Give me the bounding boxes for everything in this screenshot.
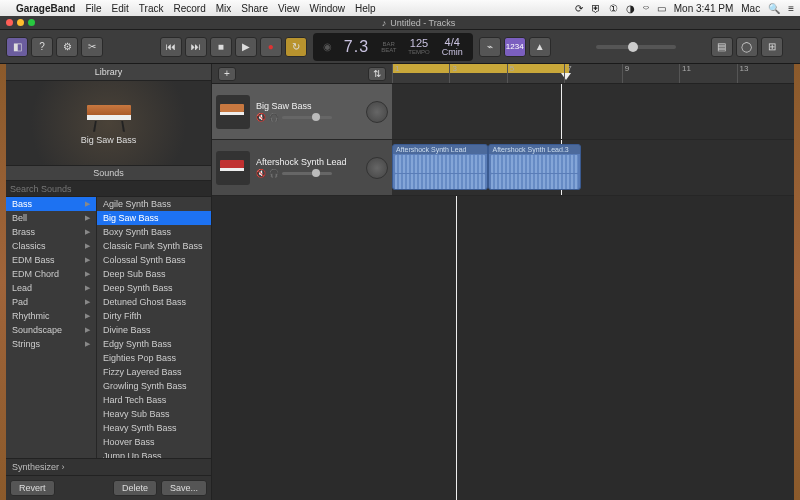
patch-item[interactable]: Heavy Synth Bass xyxy=(97,421,211,435)
menu-share[interactable]: Share xyxy=(241,3,268,14)
zoom-button[interactable] xyxy=(28,19,35,26)
patch-item[interactable]: Growling Synth Bass xyxy=(97,379,211,393)
track-name[interactable]: Big Saw Bass xyxy=(256,101,360,111)
display-icon[interactable]: ▭ xyxy=(657,3,666,14)
track-row[interactable]: Big Saw Bass🔇🎧 xyxy=(212,84,794,140)
timeline-ruler[interactable]: 135791113 xyxy=(392,64,794,83)
media-browser-button[interactable]: ⊞ xyxy=(761,37,783,57)
menu-track[interactable]: Track xyxy=(139,3,164,14)
play-button[interactable]: ▶ xyxy=(235,37,257,57)
track-row[interactable]: Aftershock Synth Lead🔇🎧Aftershock Synth … xyxy=(212,140,794,196)
menu-mix[interactable]: Mix xyxy=(216,3,232,14)
rewind-button[interactable]: ⏮ xyxy=(160,37,182,57)
category-edm-bass[interactable]: EDM Bass▶ xyxy=(6,253,96,267)
patch-item[interactable]: Detuned Ghost Bass xyxy=(97,295,211,309)
patch-item[interactable]: Hoover Bass xyxy=(97,435,211,449)
patch-column[interactable]: Agile Synth BassBig Saw BassBoxy Synth B… xyxy=(96,197,211,458)
wifi-icon[interactable]: ⌔ xyxy=(643,3,649,14)
mute-button[interactable]: 🔇 xyxy=(256,169,266,178)
patch-item[interactable]: Hard Tech Bass xyxy=(97,393,211,407)
master-volume-slider[interactable] xyxy=(596,45,676,49)
category-column[interactable]: Bass▶Bell▶Brass▶Classics▶EDM Bass▶EDM Ch… xyxy=(6,197,96,458)
user-menu[interactable]: Mac xyxy=(741,3,760,14)
menu-window[interactable]: Window xyxy=(309,3,345,14)
notepad-button[interactable]: ▤ xyxy=(711,37,733,57)
patch-item[interactable]: Fizzy Layered Bass xyxy=(97,365,211,379)
track-volume-slider[interactable] xyxy=(282,116,332,119)
lcd-timesig[interactable]: 4/4 xyxy=(445,37,460,48)
delete-button[interactable]: Delete xyxy=(113,480,157,496)
minimize-button[interactable] xyxy=(17,19,24,26)
lcd-tempo[interactable]: 125 xyxy=(410,38,428,49)
patch-item[interactable]: Agile Synth Bass xyxy=(97,197,211,211)
shield-icon[interactable]: ⛨ xyxy=(591,3,601,14)
track-header-config-button[interactable]: ⇅ xyxy=(368,67,386,81)
metronome-button[interactable]: ▲ xyxy=(529,37,551,57)
category-lead[interactable]: Lead▶ xyxy=(6,281,96,295)
category-bell[interactable]: Bell▶ xyxy=(6,211,96,225)
category-pad[interactable]: Pad▶ xyxy=(6,295,96,309)
mute-button[interactable]: 🔇 xyxy=(256,113,266,122)
menu-file[interactable]: File xyxy=(85,3,101,14)
category-brass[interactable]: Brass▶ xyxy=(6,225,96,239)
status-icon[interactable]: ⟳ xyxy=(575,3,583,14)
audio-region[interactable]: Aftershock Synth Lead.3 xyxy=(488,144,580,190)
patch-item[interactable]: Classic Funk Synth Bass xyxy=(97,239,211,253)
track-lane[interactable]: Aftershock Synth LeadAftershock Synth Le… xyxy=(392,140,794,195)
revert-button[interactable]: Revert xyxy=(10,480,55,496)
category-strings[interactable]: Strings▶ xyxy=(6,337,96,351)
menu-record[interactable]: Record xyxy=(173,3,205,14)
solo-button[interactable]: 🎧 xyxy=(269,113,279,122)
patch-item[interactable]: Boxy Synth Bass xyxy=(97,225,211,239)
patch-item[interactable]: Edgy Synth Bass xyxy=(97,337,211,351)
menu-view[interactable]: View xyxy=(278,3,300,14)
track-lane[interactable] xyxy=(392,84,794,139)
patch-item[interactable]: Dirty Fifth xyxy=(97,309,211,323)
sync-icon[interactable]: ◑ xyxy=(626,3,635,14)
patch-item[interactable]: Deep Sub Bass xyxy=(97,267,211,281)
category-bass[interactable]: Bass▶ xyxy=(6,197,96,211)
patch-item[interactable]: Colossal Synth Bass xyxy=(97,253,211,267)
patch-item[interactable]: Jump Up Bass xyxy=(97,449,211,458)
cycle-button[interactable]: ↻ xyxy=(285,37,307,57)
search-input[interactable] xyxy=(10,184,207,194)
track-header[interactable]: Big Saw Bass🔇🎧 xyxy=(212,84,392,139)
smart-controls-button[interactable]: ⚙ xyxy=(56,37,78,57)
editors-button[interactable]: ✂ xyxy=(81,37,103,57)
add-track-button[interactable]: + xyxy=(218,67,236,81)
patch-item[interactable]: Eighties Pop Bass xyxy=(97,351,211,365)
notifications-icon[interactable]: ≡ xyxy=(788,3,794,14)
library-path[interactable]: Synthesizer › xyxy=(6,458,211,475)
quick-help-button[interactable]: ? xyxy=(31,37,53,57)
tuner-button[interactable]: ⌁ xyxy=(479,37,501,57)
location-icon[interactable]: ① xyxy=(609,3,618,14)
forward-button[interactable]: ⏭ xyxy=(185,37,207,57)
spotlight-icon[interactable]: 🔍 xyxy=(768,3,780,14)
patch-item[interactable]: Divine Bass xyxy=(97,323,211,337)
category-edm-chord[interactable]: EDM Chord▶ xyxy=(6,267,96,281)
loop-browser-button[interactable]: ◯ xyxy=(736,37,758,57)
lcd-display[interactable]: ◉ 7.3 BARBEAT 125TEMPO 4/4Cmin xyxy=(313,33,473,61)
menu-edit[interactable]: Edit xyxy=(112,3,129,14)
category-classics[interactable]: Classics▶ xyxy=(6,239,96,253)
patch-item[interactable]: Heavy Sub Bass xyxy=(97,407,211,421)
lcd-key[interactable]: Cmin xyxy=(442,48,463,57)
track-name[interactable]: Aftershock Synth Lead xyxy=(256,157,360,167)
track-pan-knob[interactable] xyxy=(366,157,388,179)
audio-region[interactable]: Aftershock Synth Lead xyxy=(392,144,488,190)
category-rhythmic[interactable]: Rhythmic▶ xyxy=(6,309,96,323)
track-pan-knob[interactable] xyxy=(366,101,388,123)
patch-item[interactable]: Big Saw Bass xyxy=(97,211,211,225)
library-toggle-button[interactable]: ◧ xyxy=(6,37,28,57)
solo-button[interactable]: 🎧 xyxy=(269,169,279,178)
clock[interactable]: Mon 3:41 PM xyxy=(674,3,733,14)
record-button[interactable]: ● xyxy=(260,37,282,57)
save-button[interactable]: Save... xyxy=(161,480,207,496)
close-button[interactable] xyxy=(6,19,13,26)
countin-button[interactable]: 1234 xyxy=(504,37,526,57)
patch-item[interactable]: Deep Synth Bass xyxy=(97,281,211,295)
empty-track-area[interactable] xyxy=(212,196,794,500)
track-header[interactable]: Aftershock Synth Lead🔇🎧 xyxy=(212,140,392,195)
menu-help[interactable]: Help xyxy=(355,3,376,14)
track-volume-slider[interactable] xyxy=(282,172,332,175)
